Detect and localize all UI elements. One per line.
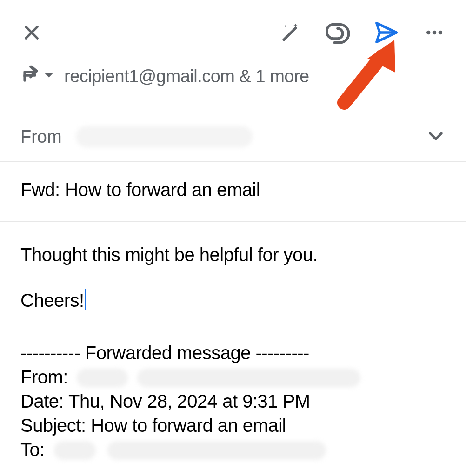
close-icon[interactable] <box>19 20 45 46</box>
subject-row[interactable]: Fwd: How to forward an email <box>0 162 466 222</box>
forwarded-block: ---------- Forwarded message --------- F… <box>20 341 446 462</box>
forwarded-to-email-redacted <box>107 441 326 460</box>
forward-arrow-icon <box>20 65 41 87</box>
subject-text: Fwd: How to forward an email <box>20 179 260 200</box>
body-editor[interactable]: Thought this might be helpful for you. C… <box>0 222 466 462</box>
body-line-1: Thought this might be helpful for you. <box>20 243 446 266</box>
forwarded-subject-label: Subject: <box>20 415 86 436</box>
svg-point-2 <box>433 31 436 34</box>
compose-toolbar <box>0 0 466 65</box>
recipient-row[interactable]: recipient1@gmail.com & 1 more <box>0 65 466 112</box>
forwarded-date-label: Date: <box>20 391 64 411</box>
body-line-2-text: Cheers! <box>20 290 84 311</box>
forwarded-header: ---------- Forwarded message --------- <box>20 341 446 365</box>
forwarded-from-label: From: <box>20 367 68 387</box>
magic-wand-icon[interactable] <box>276 20 302 46</box>
from-row[interactable]: From <box>0 112 466 162</box>
forwarded-date-line: Date: Thu, Nov 28, 2024 at 9:31 PM <box>20 389 446 413</box>
forwarded-date-value: Thu, Nov 28, 2024 at 9:31 PM <box>68 391 310 411</box>
forwarded-subject-value: How to forward an email <box>91 415 286 436</box>
body-line-2: Cheers! <box>20 289 446 312</box>
forwarded-from-name-redacted <box>77 369 128 387</box>
forwarded-from-email-redacted <box>137 369 360 387</box>
svg-point-3 <box>439 31 442 34</box>
send-icon[interactable] <box>373 20 399 46</box>
recipient-dropdown-icon[interactable] <box>44 70 54 82</box>
forwarded-to-label: To: <box>20 439 45 460</box>
from-label: From <box>20 127 62 147</box>
recipient-text: recipient1@gmail.com & 1 more <box>64 66 309 86</box>
text-caret <box>85 289 86 310</box>
svg-point-1 <box>426 31 430 34</box>
attach-icon[interactable] <box>325 20 351 46</box>
forwarded-to-name-redacted <box>54 441 96 460</box>
chevron-down-icon[interactable] <box>426 126 446 147</box>
more-icon[interactable] <box>421 20 447 46</box>
forwarded-subject-line: Subject: How to forward an email <box>20 413 446 437</box>
forwarded-to-line: To: <box>20 437 446 462</box>
forwarded-from-line: From: <box>20 365 446 389</box>
from-value-redacted <box>76 126 253 147</box>
